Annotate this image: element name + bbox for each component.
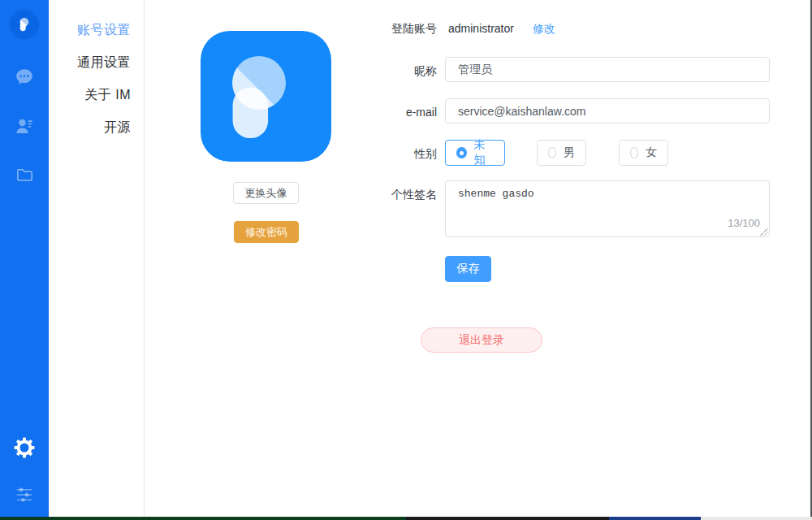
nickname-input[interactable] [445,57,770,82]
app-logo-icon [10,10,39,39]
gender-option-label: 女 [646,145,657,160]
profile-avatar[interactable] [201,31,331,162]
menu-item-about-im[interactable]: 关于 IM [49,79,144,111]
gender-option-male[interactable]: 男 [537,140,586,166]
gender-option-label: 未知 [474,138,495,167]
nav-settings[interactable] [0,437,49,458]
menu-item-general-settings[interactable]: 通用设置 [49,46,144,79]
nickname-label: 昵称 [357,64,437,79]
gender-option-female[interactable]: 女 [619,140,668,166]
taskbar-segment [406,517,609,520]
nav-rail [0,0,49,517]
chat-icon [15,67,34,87]
menu-item-open-source[interactable]: 开源 [49,111,144,144]
nav-chat[interactable] [0,67,49,87]
taskbar-segment [609,517,701,520]
menu-item-account-settings[interactable]: 账号设置 [49,14,144,46]
signature-char-counter: 13/100 [728,217,760,229]
settings-menu: 账号设置 通用设置 关于 IM 开源 [49,0,145,517]
gender-option-unknown[interactable]: 未知 [445,140,505,166]
taskbar-segment [701,517,812,520]
nav-files[interactable] [0,165,49,184]
modify-account-link[interactable]: 修改 [533,22,555,37]
contacts-icon [15,116,34,136]
signature-label: 个性签名 [357,188,437,202]
logout-button[interactable]: 退出登录 [421,327,542,353]
nav-contacts[interactable] [0,116,49,136]
taskbar-segment [0,517,406,520]
folder-icon [15,165,34,184]
gender-label: 性别 [357,147,437,162]
resize-grip-icon[interactable] [760,228,768,236]
radio-icon [456,147,467,158]
save-button[interactable]: 保存 [445,256,491,282]
change-avatar-button[interactable]: 更换头像 [233,182,299,204]
login-account-label: 登陆账号 [357,22,437,37]
preferences-sliders-icon [15,485,34,505]
account-settings-panel: 更换头像 修改密码 登陆账号 administrator 修改 昵称 e-mai… [145,0,810,517]
email-label: e-mail [357,106,437,119]
radio-icon [630,147,638,158]
change-password-button[interactable]: 修改密码 [234,221,299,243]
nav-preferences[interactable] [0,485,49,505]
email-input[interactable] [445,98,770,124]
signature-field: 13/100 [445,180,770,237]
taskbar-edge [0,517,812,520]
app-logo-large-icon [201,31,331,162]
app-window: 账号设置 通用设置 关于 IM 开源 更换头像 修 [0,0,812,520]
radio-icon [548,147,556,158]
signature-textarea[interactable] [445,180,770,237]
login-account-value: administrator [448,22,514,35]
gender-option-label: 男 [564,145,575,160]
user-avatar[interactable] [0,10,49,39]
settings-gear-icon [14,437,35,458]
